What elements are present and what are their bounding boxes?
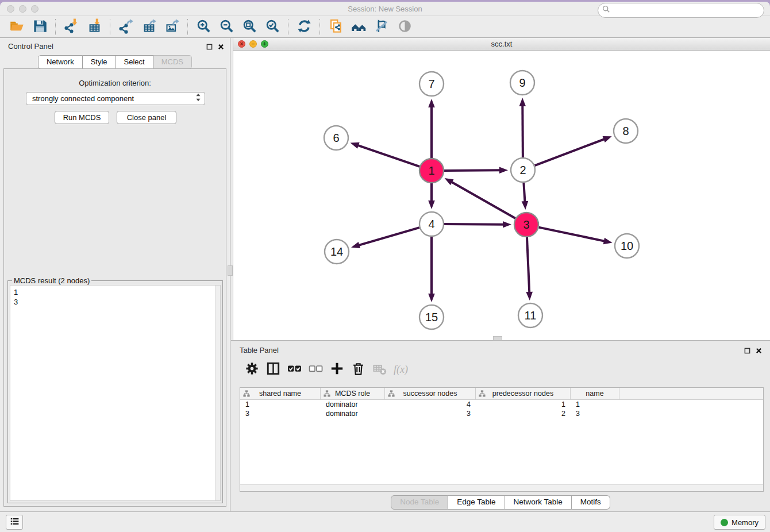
column-type-icon: [243, 390, 250, 399]
graph-edge-arrowhead: [526, 292, 533, 300]
cell[interactable]: 1: [476, 400, 571, 409]
graph-edge-arrowhead: [522, 201, 529, 210]
cell[interactable]: dominator: [321, 409, 385, 418]
save-session-button[interactable]: [32, 18, 48, 36]
graph-edge-1-6[interactable]: [357, 145, 419, 167]
vertical-splitter-handle[interactable]: [228, 265, 233, 276]
graph-edge-2-9[interactable]: [522, 105, 523, 157]
task-history-button[interactable]: [6, 515, 23, 530]
column-header-MCDS-role[interactable]: MCDS role: [321, 388, 385, 399]
graph-edge-arrowhead: [428, 294, 435, 302]
column-header-label: MCDS role: [335, 390, 370, 398]
graph-edge-arrowhead: [603, 238, 613, 244]
export-network-button[interactable]: [118, 18, 134, 36]
table-row-2[interactable]: 3dominator323: [240, 409, 763, 418]
cell[interactable]: 3: [571, 409, 619, 418]
import-network-icon: [64, 18, 79, 36]
cell[interactable]: 2: [476, 409, 571, 418]
tab-network[interactable]: Network: [38, 55, 83, 69]
graph-edge-arrowhead: [603, 136, 612, 142]
create-column-button[interactable]: [329, 361, 345, 377]
control-panel-title: Control Panel: [8, 42, 53, 51]
table-panel-tabs: Node TableEdge TableNetwork TableMotifs: [231, 495, 770, 510]
zoom-selected-region-button[interactable]: [264, 18, 280, 36]
import-network-from-file-button[interactable]: [63, 18, 79, 36]
zoom-out-button[interactable]: [218, 18, 234, 36]
tab-node-table[interactable]: Node Table: [391, 495, 448, 510]
plus-icon: [329, 361, 345, 378]
mcds-result-line: 3: [14, 297, 217, 307]
graph-edge-4-14[interactable]: [358, 228, 419, 245]
graph-edge-4-3[interactable]: [444, 224, 504, 225]
zoom-fit-icon: [242, 18, 257, 36]
tab-network-table[interactable]: Network Table: [505, 495, 572, 510]
cell[interactable]: 3: [385, 409, 476, 418]
memory-status-icon: [721, 519, 728, 526]
graph-edge-1-2[interactable]: [444, 170, 500, 171]
search-input[interactable]: [613, 6, 764, 15]
table-settings-button[interactable]: [244, 361, 260, 377]
select-all-rows-button[interactable]: [287, 361, 302, 377]
export-image-button[interactable]: [164, 18, 180, 36]
close-panel-button[interactable]: Close panel: [117, 111, 176, 124]
tab-style[interactable]: Style: [83, 55, 116, 69]
select-all-icon: [287, 361, 302, 378]
apply-preferred-layout-button[interactable]: [296, 18, 312, 36]
graph-node-label-8: 8: [622, 125, 629, 137]
float-panel-icon[interactable]: [206, 42, 213, 52]
graph-edge-2-8[interactable]: [535, 139, 605, 165]
column-header-shared-name[interactable]: shared name: [240, 388, 321, 399]
column-header-name[interactable]: name: [571, 388, 619, 399]
float-table-panel-icon[interactable]: [744, 346, 750, 356]
first-neighbors-of-selected-button[interactable]: [351, 18, 367, 36]
close-panel-icon[interactable]: [218, 42, 224, 52]
zoom-in-button[interactable]: [195, 18, 211, 36]
criterion-value: strongly connected component: [32, 94, 195, 103]
graph-node-label-7: 7: [428, 78, 434, 90]
control-panel: Control Panel NetworkStyleSelectMCDS Opt…: [0, 38, 230, 511]
close-table-panel-icon[interactable]: [756, 346, 762, 356]
graph-edge-3-1[interactable]: [451, 182, 515, 218]
zoom-selected-icon: [265, 18, 280, 36]
tab-edge-table[interactable]: Edge Table: [448, 495, 505, 510]
graph-edge-arrowhead: [351, 242, 360, 248]
tab-select[interactable]: Select: [116, 55, 153, 69]
mcds-result-textarea[interactable]: 13: [10, 285, 221, 501]
hide-selected-button[interactable]: [374, 18, 390, 36]
memory-button[interactable]: Memory: [714, 515, 765, 530]
cell[interactable]: 4: [385, 400, 476, 409]
new-network-from-selection-button[interactable]: [328, 18, 344, 36]
column-layout-button[interactable]: [265, 361, 281, 377]
graph-edge-2-3[interactable]: [523, 183, 525, 202]
search-box[interactable]: [598, 3, 764, 18]
criterion-dropdown[interactable]: strongly connected component: [26, 92, 205, 105]
delete-column-button[interactable]: [351, 361, 366, 377]
run-mcds-button[interactable]: Run MCDS: [55, 111, 109, 124]
export-table-button[interactable]: [141, 18, 157, 36]
network-canvas[interactable]: 7968124314101511: [233, 51, 770, 340]
deselect-all-rows-button[interactable]: [308, 361, 324, 377]
zoom-fit-content-button[interactable]: [241, 18, 257, 36]
cell[interactable]: 3: [240, 409, 321, 418]
status-bar: Memory: [0, 511, 770, 532]
open-session-button[interactable]: [9, 18, 25, 36]
cell[interactable]: dominator: [321, 400, 385, 409]
cell[interactable]: 1: [240, 400, 321, 409]
table-row-1[interactable]: 1dominator411: [240, 400, 763, 409]
import-table-from-file-button[interactable]: [86, 18, 102, 36]
graph-edge-3-11[interactable]: [527, 237, 529, 293]
column-header-successor-nodes[interactable]: successor nodes: [385, 388, 476, 399]
graph-edge-arrowhead: [428, 201, 435, 209]
trash-icon: [351, 361, 366, 378]
show-all-button: [396, 18, 413, 36]
graph-edge-3-10[interactable]: [539, 228, 605, 241]
graph-edge-arrowhead: [503, 221, 511, 228]
result-scrollbar[interactable]: [215, 286, 220, 500]
columns-icon: [265, 361, 281, 378]
table-horizontal-scrollbar[interactable]: [240, 484, 763, 491]
cell[interactable]: 1: [571, 400, 619, 409]
table-header-row: shared nameMCDS rolesuccessor nodesprede…: [240, 388, 763, 400]
column-header-predecessor-nodes[interactable]: predecessor nodes: [476, 388, 571, 399]
tab-mcds[interactable]: MCDS: [153, 55, 192, 69]
tab-motifs[interactable]: Motifs: [572, 495, 610, 510]
